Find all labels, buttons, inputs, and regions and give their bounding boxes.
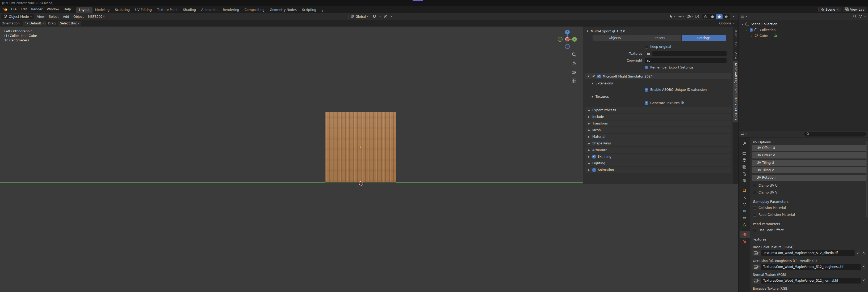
section-armature[interactable]: ▶ Armature [585, 147, 731, 153]
zoom-tool-icon[interactable] [571, 52, 577, 58]
sidebar-tab-item[interactable]: Item [733, 28, 739, 39]
properties-tab-render-icon[interactable] [739, 150, 750, 157]
remember-settings-checkbox[interactable] [645, 66, 648, 69]
properties-tab-physics-icon[interactable] [739, 208, 750, 215]
menu-file[interactable]: File [9, 6, 19, 13]
menu-msfs2024[interactable]: MSFS2024 [86, 13, 107, 20]
properties-scrollbar[interactable] [866, 141, 867, 218]
properties-tab-world-icon[interactable] [739, 177, 750, 184]
overlays-dropdown[interactable]: ▾ [686, 15, 693, 18]
toggle-grid-icon[interactable] [571, 78, 577, 84]
expand-triangle-icon[interactable]: ▸ [750, 35, 753, 37]
shading-rendered-button[interactable] [723, 14, 730, 19]
properties-search-input[interactable] [804, 132, 866, 137]
uv-rotation-slider[interactable]: UV Rotation [752, 175, 866, 181]
section-transform[interactable]: ▶ Transform [585, 120, 731, 126]
navigation-gizmo[interactable]: Z Y [557, 29, 578, 50]
textures-subheader[interactable]: ▼ Textures [585, 94, 731, 100]
drag-mode-dropdown[interactable]: Select Box ▾ [58, 21, 81, 26]
outliner-row-collection[interactable]: ▾ Collection [739, 27, 868, 33]
image-datablock-icon[interactable]: ▾ [752, 250, 762, 256]
uv-tiling-v-slider[interactable]: UV Tiling V [752, 167, 866, 173]
workspace-tab-shading[interactable]: Shading [180, 7, 198, 13]
outliner-row-cube[interactable]: ▸ Cube [739, 33, 868, 39]
workspace-tab-uv-editing[interactable]: UV Editing [132, 7, 154, 13]
uv-offset-v-slider[interactable]: UV Offset V [752, 152, 866, 158]
roughness-texture-name[interactable]: TexturesCom_Wood_MapleVeneer_512_roughne… [762, 264, 861, 270]
base-color-texture-name[interactable]: TexturesCom_Wood_MapleVeneer_512_albedo.… [762, 250, 855, 256]
workspace-tab-scripting[interactable]: Scripting [299, 7, 319, 13]
uv-offset-u-slider[interactable]: UV Offset U [752, 145, 866, 151]
filter-icon[interactable] [859, 14, 862, 19]
expand-triangle-icon[interactable]: ▾ [741, 23, 744, 26]
shading-material-preview-button[interactable] [716, 14, 722, 19]
workspace-tab-modeling[interactable]: Modeling [93, 7, 113, 13]
sidebar-tab-msfs-tools[interactable]: Microsoft Flight Simulator 2024 Tools [733, 61, 739, 122]
extensions-subheader[interactable]: ▼ Extensions [585, 80, 731, 86]
workspace-tab-texture-paint[interactable]: Texture Paint [154, 7, 180, 13]
unlink-icon[interactable]: × [861, 264, 866, 270]
blender-logo-icon[interactable] [2, 7, 9, 12]
export-tab-objects[interactable]: Objects [593, 35, 637, 41]
properties-tab-texture-icon[interactable] [739, 238, 750, 245]
road-collision-material-checkbox[interactable] [753, 213, 756, 217]
properties-tab-view-layer-icon[interactable] [739, 163, 750, 171]
menu-select[interactable]: Select [47, 13, 61, 20]
section-include[interactable]: ▶ Include [585, 114, 731, 120]
animation-checkbox[interactable] [592, 168, 596, 172]
scene-selector[interactable]: Scene × [818, 7, 841, 12]
expand-triangle-icon[interactable]: ▾ [745, 29, 748, 31]
properties-tab-constraints-icon[interactable] [739, 215, 750, 221]
outliner-editor-icon[interactable] [741, 14, 745, 19]
scene-unlink-icon[interactable]: × [837, 8, 839, 11]
export-tab-presets[interactable]: Presets [637, 35, 682, 41]
section-lighting[interactable]: ▶ Lighting [585, 160, 731, 166]
properties-tab-scene-icon[interactable] [739, 171, 750, 177]
menu-help[interactable]: Help [61, 6, 73, 13]
skinning-checkbox[interactable] [592, 155, 596, 158]
orientation-dropdown[interactable]: Global ▾ [348, 14, 370, 19]
keep-original-checkbox[interactable] [645, 45, 648, 48]
section-skinning[interactable]: ▶ Skinning [585, 154, 731, 159]
mesh-data-icon[interactable] [774, 34, 778, 38]
section-material[interactable]: ▶ Material [585, 134, 731, 140]
proportional-editing-button[interactable] [383, 15, 389, 19]
outliner-item-label[interactable]: Scene Collection [751, 22, 777, 26]
unlink-icon[interactable]: × [861, 250, 866, 256]
copyright-input[interactable]: rp [645, 58, 726, 63]
export-panel-header[interactable]: ▼ Multi-Export glTF 2.0 [585, 28, 731, 34]
collision-material-checkbox[interactable] [753, 206, 756, 210]
xray-toggle-button[interactable] [695, 15, 700, 18]
outliner-row-scene-collection[interactable]: ▾ Scene Collection [739, 21, 868, 27]
options-dropdown[interactable]: Options ▾ [719, 22, 734, 25]
section-shape-keys[interactable]: ▶ Shape Keys [585, 140, 731, 146]
properties-tab-object-icon[interactable] [739, 187, 750, 194]
properties-tab-modifiers-icon[interactable] [739, 194, 750, 201]
shading-wireframe-button[interactable] [702, 14, 709, 19]
outliner-item-label[interactable]: Collection [760, 28, 775, 32]
shading-options-dropdown[interactable]: ▾ [732, 15, 735, 18]
properties-tab-particles-icon[interactable] [739, 201, 750, 208]
section-animation[interactable]: ▶ Animation [585, 167, 731, 173]
properties-editor-icon[interactable] [741, 132, 744, 137]
workspace-tab-sculpting[interactable]: Sculpting [112, 7, 132, 13]
asobo-extension-checkbox[interactable] [645, 88, 648, 92]
section-mesh[interactable]: ▶ Mesh [585, 127, 731, 133]
menu-window[interactable]: Window [45, 6, 61, 13]
properties-tab-object-data-icon[interactable] [739, 221, 750, 228]
camera-view-icon[interactable] [571, 70, 577, 75]
workspace-tab-compositing[interactable]: Compositing [242, 7, 267, 13]
generate-textureslib-checkbox[interactable] [645, 101, 648, 105]
menu-edit[interactable]: Edit [19, 6, 29, 13]
normal-texture-name[interactable]: TexturesCom_Wood_MapleVeneer_512_normal.… [762, 278, 861, 284]
gizmos-dropdown[interactable]: ▾ [677, 15, 685, 19]
snap-toggle-button[interactable] [372, 15, 377, 19]
menu-render[interactable]: Render [29, 6, 45, 13]
workspace-tab-rendering[interactable]: Rendering [220, 7, 242, 13]
use-pearl-effect-checkbox[interactable] [753, 228, 756, 232]
clamp-uv-v-checkbox[interactable] [753, 191, 756, 194]
snap-options-dropdown[interactable]: ▾ [378, 15, 381, 18]
sidebar-tab-tool[interactable]: Tool [733, 39, 739, 50]
section-export-process[interactable]: ▶ Export Process [585, 107, 731, 113]
unlink-icon[interactable]: × [861, 278, 866, 284]
